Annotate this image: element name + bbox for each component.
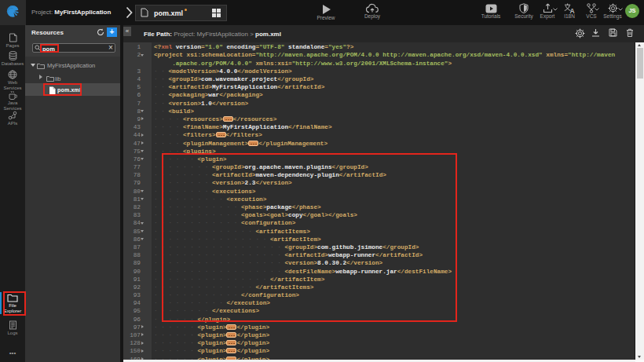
- svg-text:A: A: [569, 7, 574, 14]
